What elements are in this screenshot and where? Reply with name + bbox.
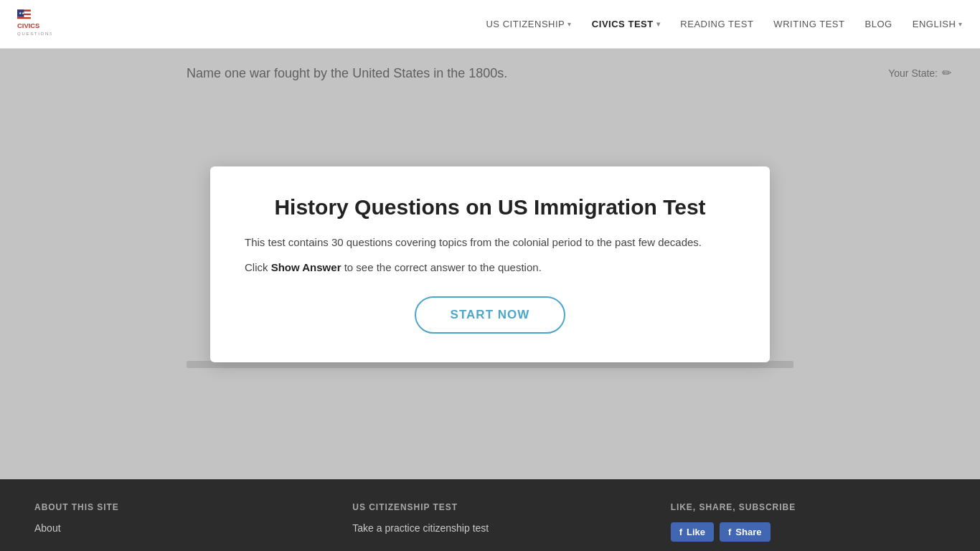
svg-rect-2 (17, 17, 31, 19)
chevron-down-icon: ▾ (656, 20, 661, 28)
modal-description: This test contains 30 questions covering… (245, 234, 735, 251)
chevron-down-icon: ▾ (958, 20, 963, 28)
fb-icon: f (728, 527, 731, 537)
modal-actions: START NOW (245, 296, 735, 334)
modal-dialog: History Questions on US Immigration Test… (210, 166, 770, 362)
footer-citizenship-link[interactable]: Take a practice citizenship test (352, 522, 627, 534)
footer: ABOUT THIS SITE About US CITIZENSHIP TES… (0, 479, 980, 551)
modal-overlay: History Questions on US Immigration Test… (0, 49, 980, 479)
logo[interactable]: ★★ CIVICS QUESTIONS (17, 7, 52, 42)
footer-about-title: ABOUT THIS SITE (34, 502, 309, 512)
nav-civics-test[interactable]: CIVICS TEST ▾ (592, 19, 660, 29)
nav-english[interactable]: ENGLISH ▾ (913, 19, 963, 29)
footer-about: ABOUT THIS SITE About (34, 502, 309, 542)
svg-text:CIVICS: CIVICS (17, 22, 39, 29)
footer-social: LIKE, SHARE, SUBSCRIBE f Like f Share (671, 502, 946, 542)
footer-social-title: LIKE, SHARE, SUBSCRIBE (671, 502, 946, 512)
svg-text:★★: ★★ (19, 11, 25, 15)
fb-icon: f (679, 527, 682, 537)
modal-instruction: Click Show Answer to see the correct ans… (245, 261, 735, 273)
start-now-button[interactable]: START NOW (415, 296, 566, 334)
fb-like-button[interactable]: f Like (671, 522, 714, 542)
svg-text:QUESTIONS: QUESTIONS (17, 32, 52, 36)
chevron-down-icon: ▾ (567, 20, 572, 28)
nav-reading-test[interactable]: READING TEST (680, 19, 753, 29)
fb-share-button[interactable]: f Share (720, 522, 770, 542)
nav-writing-test[interactable]: WRITING TEST (773, 19, 844, 29)
nav-links: US CITIZENSHIP ▾ CIVICS TEST ▾ READING T… (486, 19, 963, 29)
footer-about-link[interactable]: About (34, 522, 309, 534)
modal-title: History Questions on US Immigration Test (245, 195, 735, 220)
fb-buttons: f Like f Share (671, 522, 946, 542)
nav-blog[interactable]: BLOG (865, 19, 892, 29)
navbar: ★★ CIVICS QUESTIONS US CITIZENSHIP ▾ CIV… (0, 0, 980, 49)
footer-citizenship: US CITIZENSHIP TEST Take a practice citi… (352, 502, 627, 542)
footer-citizenship-title: US CITIZENSHIP TEST (352, 502, 627, 512)
main-content: Name one war fought by the United States… (0, 49, 980, 479)
nav-us-citizenship[interactable]: US CITIZENSHIP ▾ (486, 19, 571, 29)
